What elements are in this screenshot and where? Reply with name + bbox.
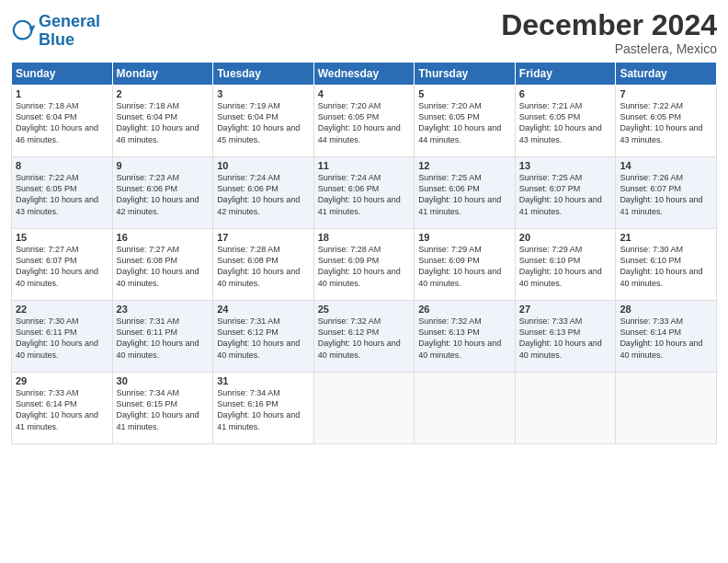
day-28: 28Sunrise: 7:33 AMSunset: 6:14 PMDayligh… [616, 301, 717, 373]
day-1: 1Sunrise: 7:18 AMSunset: 6:04 PMDaylight… [12, 86, 113, 157]
day-18: 18Sunrise: 7:28 AMSunset: 6:09 PMDayligh… [313, 229, 415, 301]
month-title: December 2024 [501, 9, 717, 41]
day-8: 8Sunrise: 7:22 AMSunset: 6:05 PMDaylight… [12, 157, 113, 229]
col-wednesday: Wednesday [313, 63, 415, 86]
day-5: 5Sunrise: 7:20 AMSunset: 6:05 PMDaylight… [415, 86, 516, 157]
logo-icon [11, 18, 37, 44]
col-monday: Monday [112, 63, 213, 86]
day-17: 17Sunrise: 7:28 AMSunset: 6:08 PMDayligh… [213, 229, 314, 301]
day-24: 24Sunrise: 7:31 AMSunset: 6:12 PMDayligh… [213, 301, 314, 373]
day-9: 9Sunrise: 7:23 AMSunset: 6:06 PMDaylight… [112, 157, 213, 229]
calendar-table: Sunday Monday Tuesday Wednesday Thursday… [11, 62, 717, 444]
svg-point-0 [14, 21, 32, 40]
day-10: 10Sunrise: 7:24 AMSunset: 6:06 PMDayligh… [213, 157, 314, 229]
calendar-row-3: 22Sunrise: 7:30 AMSunset: 6:11 PMDayligh… [12, 301, 717, 373]
day-25: 25Sunrise: 7:32 AMSunset: 6:12 PMDayligh… [313, 301, 415, 373]
day-14: 14Sunrise: 7:26 AMSunset: 6:07 PMDayligh… [616, 157, 717, 229]
col-tuesday: Tuesday [213, 63, 314, 86]
day-31: 31Sunrise: 7:34 AMSunset: 6:16 PMDayligh… [213, 373, 314, 444]
day-6: 6Sunrise: 7:21 AMSunset: 6:05 PMDaylight… [515, 86, 616, 157]
calendar-row-1: 8Sunrise: 7:22 AMSunset: 6:05 PMDaylight… [12, 157, 717, 229]
logo-text: General Blue [39, 13, 100, 50]
header: General Blue December 2024 Pastelera, Me… [11, 9, 717, 56]
title-block: December 2024 Pastelera, Mexico [501, 9, 717, 56]
calendar-row-4: 29Sunrise: 7:33 AMSunset: 6:14 PMDayligh… [12, 373, 717, 444]
day-27: 27Sunrise: 7:33 AMSunset: 6:13 PMDayligh… [515, 301, 616, 373]
col-friday: Friday [515, 63, 616, 86]
calendar-container: General Blue December 2024 Pastelera, Me… [0, 0, 728, 452]
day-22: 22Sunrise: 7:30 AMSunset: 6:11 PMDayligh… [12, 301, 113, 373]
day-26: 26Sunrise: 7:32 AMSunset: 6:13 PMDayligh… [415, 301, 516, 373]
day-7: 7Sunrise: 7:22 AMSunset: 6:05 PMDaylight… [616, 86, 717, 157]
day-2: 2Sunrise: 7:18 AMSunset: 6:04 PMDaylight… [112, 86, 213, 157]
day-23: 23Sunrise: 7:31 AMSunset: 6:11 PMDayligh… [112, 301, 213, 373]
empty-cell [313, 373, 415, 444]
day-15: 15Sunrise: 7:27 AMSunset: 6:07 PMDayligh… [12, 229, 113, 301]
day-3: 3Sunrise: 7:19 AMSunset: 6:04 PMDaylight… [213, 86, 314, 157]
calendar-row-0: 1Sunrise: 7:18 AMSunset: 6:04 PMDaylight… [12, 86, 717, 157]
subtitle: Pastelera, Mexico [501, 41, 717, 56]
day-12: 12Sunrise: 7:25 AMSunset: 6:06 PMDayligh… [415, 157, 516, 229]
empty-cell [515, 373, 616, 444]
col-thursday: Thursday [415, 63, 516, 86]
calendar-row-2: 15Sunrise: 7:27 AMSunset: 6:07 PMDayligh… [12, 229, 717, 301]
day-13: 13Sunrise: 7:25 AMSunset: 6:07 PMDayligh… [515, 157, 616, 229]
empty-cell [415, 373, 516, 444]
day-20: 20Sunrise: 7:29 AMSunset: 6:10 PMDayligh… [515, 229, 616, 301]
day-29: 29Sunrise: 7:33 AMSunset: 6:14 PMDayligh… [12, 373, 113, 444]
logo: General Blue [11, 13, 100, 50]
day-30: 30Sunrise: 7:34 AMSunset: 6:15 PMDayligh… [112, 373, 213, 444]
col-sunday: Sunday [12, 63, 113, 86]
day-16: 16Sunrise: 7:27 AMSunset: 6:08 PMDayligh… [112, 229, 213, 301]
day-21: 21Sunrise: 7:30 AMSunset: 6:10 PMDayligh… [616, 229, 717, 301]
day-4: 4Sunrise: 7:20 AMSunset: 6:05 PMDaylight… [313, 86, 415, 157]
header-row: Sunday Monday Tuesday Wednesday Thursday… [12, 63, 717, 86]
day-11: 11Sunrise: 7:24 AMSunset: 6:06 PMDayligh… [313, 157, 415, 229]
col-saturday: Saturday [616, 63, 717, 86]
empty-cell [616, 373, 717, 444]
day-19: 19Sunrise: 7:29 AMSunset: 6:09 PMDayligh… [415, 229, 516, 301]
